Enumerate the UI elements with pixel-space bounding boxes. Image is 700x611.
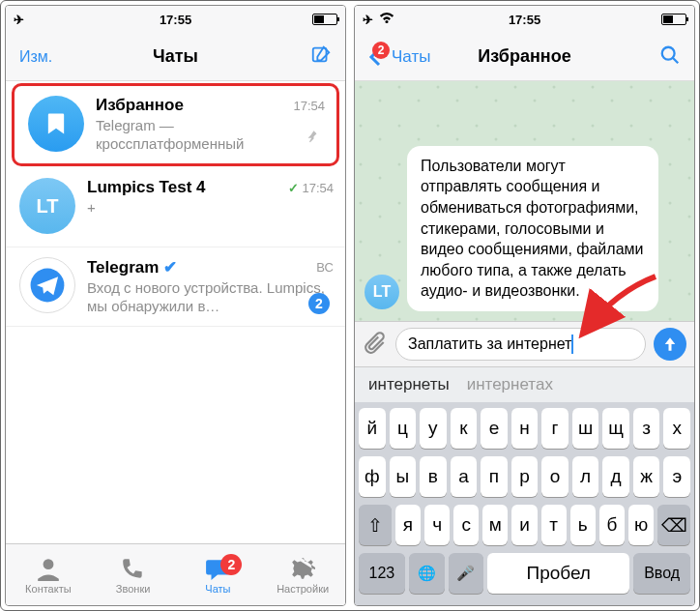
key-letter[interactable]: г — [541, 408, 569, 449]
verified-icon: ✔︎ — [163, 258, 177, 276]
status-time: 17:55 — [6, 13, 345, 27]
chat-time: ✓ 17:54 — [288, 181, 334, 195]
key-letter[interactable]: б — [599, 505, 625, 545]
key-letter[interactable]: д — [602, 456, 629, 497]
chat-row-saved[interactable]: Избранное 17:54 Telegram — кроссплатформ… — [12, 83, 339, 166]
key-letter[interactable]: з — [633, 408, 660, 449]
key-space[interactable]: Пробел — [487, 553, 629, 594]
key-letter[interactable]: с — [453, 505, 479, 545]
key-letter[interactable]: ц — [390, 408, 417, 449]
tutorial-image: ✈︎ 17:55 Изм. Чаты — [0, 0, 700, 611]
key-globe[interactable]: 🌐 — [409, 553, 445, 594]
phone-right: ✈︎ 17:55 2 Чаты Избранное LT Пользовател… — [354, 5, 695, 606]
key-letter[interactable]: я — [395, 505, 421, 545]
key-letter[interactable]: ф — [359, 456, 386, 497]
chat-header: 2 Чаты Избранное — [355, 33, 694, 81]
text-cursor — [571, 335, 573, 354]
key-letter[interactable]: к — [451, 408, 478, 449]
key-letter[interactable]: е — [481, 408, 508, 449]
attach-icon[interactable] — [363, 330, 388, 359]
key-letter[interactable]: т — [541, 505, 567, 545]
chat-name: Telegram ✔︎ — [87, 257, 177, 277]
message-input[interactable]: Заплатить за интернет — [395, 328, 646, 361]
unread-badge: 2 — [308, 293, 330, 314]
tab-calls[interactable]: Звонки — [100, 556, 167, 595]
key-letter[interactable]: а — [451, 456, 478, 497]
suggestion[interactable]: интернеты — [368, 375, 450, 394]
keyboard-suggestions: интернеты интернетах — [355, 366, 694, 402]
key-mic[interactable]: 🎤 — [449, 553, 484, 594]
key-letter[interactable]: о — [541, 456, 569, 497]
tab-contacts[interactable]: Контакты — [15, 556, 82, 595]
tab-chats[interactable]: 2 Чаты — [184, 556, 251, 595]
saved-messages-icon — [28, 96, 84, 152]
input-bar: Заплатить за интернет — [355, 321, 694, 366]
chat-time: 17:54 — [293, 99, 325, 113]
key-letter[interactable]: й — [359, 408, 386, 449]
tab-badge: 2 — [220, 554, 242, 575]
avatar: LT — [365, 275, 399, 309]
key-letter[interactable]: п — [481, 456, 508, 497]
key-letter[interactable]: ч — [424, 505, 450, 545]
page-title: Чаты — [6, 46, 345, 67]
telegram-icon — [19, 257, 75, 313]
chat-preview: Telegram — кроссплатформенный мессенджер… — [96, 117, 325, 154]
key-letter[interactable]: р — [511, 456, 539, 497]
key-shift[interactable]: ⇧ — [359, 505, 392, 545]
chat-list: Избранное 17:54 Telegram — кроссплатформ… — [6, 81, 345, 543]
tab-label: Звонки — [116, 583, 151, 595]
key-letter[interactable]: н — [511, 408, 539, 449]
key-letter[interactable]: у — [420, 408, 447, 449]
chat-row[interactable]: LT Lumpics Test 4 ✓ 17:54 + — [6, 168, 345, 247]
suggestion[interactable]: интернетах — [467, 375, 553, 394]
chat-preview: + — [87, 199, 334, 218]
chat-preview: Вход с нового устройства. Lumpics, мы об… — [87, 279, 334, 316]
key-letter[interactable]: м — [482, 505, 508, 545]
send-button[interactable] — [654, 328, 686, 361]
tab-label: Настройки — [277, 583, 329, 595]
phone-left: ✈︎ 17:55 Изм. Чаты — [5, 5, 346, 606]
chat-body[interactable]: LT Пользователи могут отправлять сообщен… — [355, 81, 694, 321]
message-input-value: Заплатить за интернет — [408, 335, 571, 353]
key-letter[interactable]: в — [420, 456, 447, 497]
key-letter[interactable]: ж — [633, 456, 660, 497]
key-letter[interactable]: ю — [628, 505, 654, 545]
chat-name: Избранное — [96, 96, 184, 115]
pin-icon — [304, 129, 321, 150]
chat-name: Lumpics Test 4 — [87, 178, 206, 197]
key-letter[interactable]: л — [572, 456, 599, 497]
status-bar: ✈︎ 17:55 — [355, 6, 694, 33]
keyboard: йцукенгшщзх фывапролджэ ⇧ячсмитьбю⌫ 123 … — [355, 402, 694, 605]
tab-bar: Контакты Звонки 2 Чаты Настройки — [6, 543, 345, 605]
tab-settings[interactable]: Настройки — [269, 556, 336, 595]
battery-icon — [661, 14, 686, 25]
key-enter[interactable]: Ввод — [633, 553, 690, 594]
key-letter[interactable]: и — [511, 505, 537, 545]
message-bubble: Пользователи могут отправлять сообщения … — [407, 146, 658, 311]
chat-row[interactable]: Telegram ✔︎ ВС Вход с нового устройства.… — [6, 247, 345, 327]
key-letter[interactable]: э — [663, 456, 690, 497]
key-letter[interactable]: х — [663, 408, 690, 449]
key-numbers[interactable]: 123 — [359, 553, 405, 594]
svg-point-2 — [43, 559, 53, 569]
battery-icon — [312, 14, 337, 25]
key-letter[interactable]: щ — [602, 408, 629, 449]
status-time: 17:55 — [355, 13, 694, 27]
chat-title: Избранное — [355, 46, 694, 67]
key-letter[interactable]: ы — [390, 456, 417, 497]
tab-label: Контакты — [25, 583, 72, 595]
key-letter[interactable]: ь — [570, 505, 596, 545]
chats-header: Изм. Чаты — [6, 33, 345, 81]
status-bar: ✈︎ 17:55 — [6, 6, 345, 33]
chat-time: ВС — [316, 260, 334, 275]
avatar: LT — [19, 178, 75, 234]
key-letter[interactable]: ш — [572, 408, 599, 449]
key-backspace[interactable]: ⌫ — [657, 505, 690, 545]
tab-label: Чаты — [205, 583, 230, 595]
